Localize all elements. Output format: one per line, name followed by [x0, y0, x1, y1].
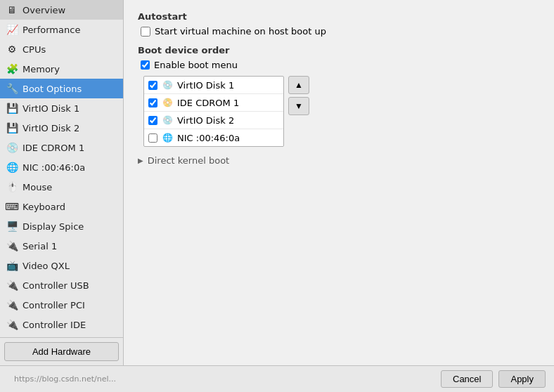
controller-pci-icon: 🔌	[6, 299, 18, 311]
sidebar-label-mouse: Mouse	[22, 182, 52, 192]
autostart-section: Autostart Start virtual machine on host …	[138, 11, 540, 37]
boot-item-label-vdisk2: VirtIO Disk 2	[177, 115, 234, 126]
sidebar-bottom: Add Hardware	[0, 337, 123, 365]
enable-boot-menu-checkbox[interactable]	[141, 60, 150, 70]
virtio-disk-2-icon: 💾	[6, 122, 18, 134]
sidebar: 🖥Overview📈Performance⚙️CPUs🧩Memory🔧Boot …	[0, 0, 124, 365]
boot-list-item-vdisk1[interactable]: 💿VirtIO Disk 1	[144, 77, 283, 94]
boot-item-checkbox-cdrom1[interactable]	[148, 98, 157, 107]
sidebar-label-controller-pci: Controller PCI	[22, 300, 85, 311]
boot-item-checkbox-vdisk1[interactable]	[148, 81, 157, 90]
move-up-button[interactable]: ▲	[288, 76, 309, 94]
boot-item-label-cdrom1: IDE CDROM 1	[177, 98, 239, 108]
apply-button[interactable]: Apply	[498, 370, 546, 388]
virtio-disk-1-icon: 💾	[6, 102, 18, 115]
sidebar-item-performance[interactable]: 📈Performance	[0, 20, 123, 39]
content-area: Autostart Start virtual machine on host …	[124, 0, 554, 365]
overview-icon: 🖥	[6, 4, 18, 16]
sidebar-label-nic: NIC :00:46:0a	[22, 162, 85, 173]
sidebar-label-keyboard: Keyboard	[22, 202, 65, 212]
sidebar-label-ide-cdrom-1: IDE CDROM 1	[22, 143, 84, 153]
boot-item-checkbox-vdisk2[interactable]	[148, 116, 157, 125]
sidebar-item-nic[interactable]: 🌐NIC :00:46:0a	[0, 157, 123, 177]
boot-list-item-vdisk2[interactable]: 💿VirtIO Disk 2	[144, 112, 283, 129]
sidebar-label-virtio-disk-2: VirtIO Disk 2	[22, 123, 79, 133]
bottom-bar: https://blog.csdn.net/nel... Cancel Appl…	[0, 365, 554, 392]
mouse-icon: 🖱️	[6, 181, 18, 193]
sidebar-item-display-spice[interactable]: 🖥️Display Spice	[0, 216, 123, 236]
sidebar-item-memory[interactable]: 🧩Memory	[0, 59, 123, 79]
boot-item-icon-cdrom1: 📀	[162, 97, 173, 108]
sidebar-item-virtio-disk-2[interactable]: 💾VirtIO Disk 2	[0, 118, 123, 138]
main-container: 🖥Overview📈Performance⚙️CPUs🧩Memory🔧Boot …	[0, 0, 554, 365]
sidebar-item-controller-ide[interactable]: 🔌Controller IDE	[0, 315, 123, 334]
direct-kernel-section[interactable]: ▶ Direct kernel boot	[138, 155, 540, 166]
sidebar-item-controller-pci[interactable]: 🔌Controller PCI	[0, 295, 123, 315]
sidebar-label-memory: Memory	[22, 64, 60, 74]
sidebar-label-serial-1: Serial 1	[22, 241, 57, 251]
performance-icon: 📈	[6, 23, 18, 36]
boot-list-container: 💿VirtIO Disk 1📀IDE CDROM 1💿VirtIO Disk 2…	[143, 76, 540, 147]
ide-cdrom-1-icon: 💿	[6, 141, 18, 154]
arrow-buttons: ▲ ▼	[288, 76, 309, 115]
boot-device-section: Boot device order Enable boot menu 💿Virt…	[138, 45, 540, 147]
video-qxl-icon: 📺	[6, 259, 18, 272]
sidebar-label-controller-ide: Controller IDE	[22, 320, 86, 330]
sidebar-item-cpus[interactable]: ⚙️CPUs	[0, 39, 123, 59]
boot-device-header: Enable boot menu	[141, 60, 540, 70]
autostart-checkbox[interactable]	[141, 27, 150, 37]
sidebar-item-mouse[interactable]: 🖱️Mouse	[0, 177, 123, 197]
direct-kernel-label: Direct kernel boot	[148, 155, 229, 166]
autostart-title: Autostart	[138, 11, 540, 22]
sidebar-item-boot-options[interactable]: 🔧Boot Options	[0, 79, 123, 98]
boot-options-icon: 🔧	[6, 82, 18, 95]
boot-item-label-nic1: NIC :00:46:0a	[177, 133, 240, 143]
sidebar-item-overview[interactable]: 🖥Overview	[0, 0, 123, 20]
keyboard-icon: ⌨️	[6, 200, 18, 213]
sidebar-label-video-qxl: Video QXL	[22, 261, 70, 271]
controller-ide-icon: 🔌	[6, 318, 18, 331]
autostart-label: Start virtual machine on host boot up	[155, 26, 326, 37]
sidebar-label-overview: Overview	[22, 5, 65, 15]
boot-item-checkbox-nic1[interactable]	[148, 133, 157, 143]
controller-usb-icon: 🔌	[6, 279, 18, 292]
url-hint: https://blog.csdn.net/nel...	[8, 374, 435, 384]
sidebar-item-virtio-disk-1[interactable]: 💾VirtIO Disk 1	[0, 98, 123, 118]
boot-list-item-nic1[interactable]: 🌐NIC :00:46:0a	[144, 129, 283, 146]
expand-triangle-icon: ▶	[138, 157, 143, 164]
display-spice-icon: 🖥️	[6, 220, 18, 233]
sidebar-item-controller-usb[interactable]: 🔌Controller USB	[0, 275, 123, 295]
boot-item-icon-vdisk1: 💿	[162, 79, 173, 91]
memory-icon: 🧩	[6, 63, 18, 75]
boot-item-label-vdisk1: VirtIO Disk 1	[177, 80, 234, 91]
serial-1-icon: 🔌	[6, 240, 18, 252]
sidebar-label-virtio-disk-1: VirtIO Disk 1	[22, 103, 79, 114]
sidebar-label-boot-options: Boot Options	[22, 84, 82, 94]
sidebar-label-cpus: CPUs	[22, 44, 46, 55]
sidebar-label-display-spice: Display Spice	[22, 221, 84, 232]
boot-item-icon-nic1: 🌐	[162, 132, 173, 143]
autostart-row: Start virtual machine on host boot up	[141, 26, 540, 37]
cancel-button[interactable]: Cancel	[441, 370, 493, 388]
sidebar-item-serial-1[interactable]: 🔌Serial 1	[0, 236, 123, 256]
sidebar-item-keyboard[interactable]: ⌨️Keyboard	[0, 197, 123, 216]
sidebar-item-video-qxl[interactable]: 📺Video QXL	[0, 256, 123, 275]
add-hardware-button[interactable]: Add Hardware	[4, 342, 119, 361]
boot-device-title: Boot device order	[138, 45, 540, 55]
sidebar-label-controller-usb: Controller USB	[22, 280, 89, 291]
sidebar-item-ide-cdrom-1[interactable]: 💿IDE CDROM 1	[0, 138, 123, 157]
nic-icon: 🌐	[6, 161, 18, 174]
enable-boot-menu-label: Enable boot menu	[154, 60, 238, 70]
boot-list-item-cdrom1[interactable]: 📀IDE CDROM 1	[144, 94, 283, 112]
boot-item-icon-vdisk2: 💿	[162, 115, 173, 126]
cpus-icon: ⚙️	[6, 43, 18, 55]
move-down-button[interactable]: ▼	[288, 97, 309, 115]
sidebar-label-performance: Performance	[22, 25, 80, 35]
boot-list: 💿VirtIO Disk 1📀IDE CDROM 1💿VirtIO Disk 2…	[143, 76, 284, 147]
